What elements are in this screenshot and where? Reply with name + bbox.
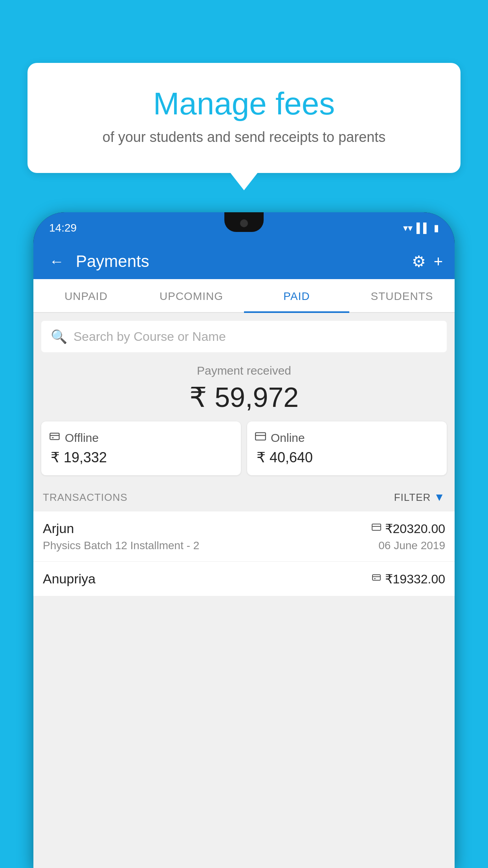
transactions-header: TRANSACTIONS FILTER ▼ xyxy=(33,483,455,511)
phone-frame: 14:29 ▾▾ ▌▌ ▮ ← Payments ⚙ + UNPAID UPCO… xyxy=(33,212,455,868)
search-bar[interactable]: 🔍 Search by Course or Name xyxy=(41,321,447,352)
offline-amount: ₹ 19,332 xyxy=(49,449,233,466)
tooltip-card: Manage fees of your students and send re… xyxy=(28,63,460,173)
offline-label: Offline xyxy=(65,431,99,445)
search-input-placeholder[interactable]: Search by Course or Name xyxy=(73,329,226,344)
battery-icon: ▮ xyxy=(434,223,439,234)
status-icons: ▾▾ ▌▌ ▮ xyxy=(403,223,439,234)
transaction-payment-icon xyxy=(372,573,381,585)
transaction-date: 06 June 2019 xyxy=(378,539,445,552)
tab-paid[interactable]: PAID xyxy=(244,279,349,312)
online-amount: ₹ 40,640 xyxy=(255,449,439,466)
svg-rect-7 xyxy=(372,575,380,580)
filter-label: FILTER xyxy=(394,491,431,504)
transaction-row-top: Arjun ₹20320.00 xyxy=(43,521,445,536)
tabs-bar: UNPAID UPCOMING PAID STUDENTS xyxy=(33,279,455,313)
payment-cards: Offline ₹ 19,332 Online ₹ 40,640 xyxy=(33,421,455,483)
tooltip-title: Manage fees xyxy=(47,86,441,121)
signal-icon: ▌▌ xyxy=(416,223,430,234)
status-time: 14:29 xyxy=(49,222,77,234)
search-icon: 🔍 xyxy=(51,329,67,344)
transaction-row-bottom: Physics Batch 12 Installment - 2 06 June… xyxy=(43,539,445,552)
tab-upcoming[interactable]: UPCOMING xyxy=(139,279,244,312)
transaction-course: Physics Batch 12 Installment - 2 xyxy=(43,539,199,552)
svg-rect-0 xyxy=(50,433,59,440)
transaction-amount-wrap: ₹20320.00 xyxy=(372,521,445,536)
transaction-name: Anupriya xyxy=(43,571,95,587)
transaction-name: Arjun xyxy=(43,521,74,536)
filter-icon: ▼ xyxy=(434,491,445,504)
svg-rect-5 xyxy=(372,524,381,530)
wifi-icon: ▾▾ xyxy=(403,223,413,234)
offline-icon xyxy=(49,431,60,445)
offline-payment-card: Offline ₹ 19,332 xyxy=(41,421,241,475)
add-button[interactable]: + xyxy=(434,253,443,270)
transaction-payment-icon xyxy=(372,522,381,535)
phone-screen: UNPAID UPCOMING PAID STUDENTS 🔍 Search b… xyxy=(33,279,455,868)
svg-rect-3 xyxy=(255,433,266,440)
tab-unpaid[interactable]: UNPAID xyxy=(33,279,139,312)
settings-button[interactable]: ⚙ xyxy=(412,252,426,270)
transaction-item-anupriya[interactable]: Anupriya ₹19332.00 xyxy=(33,562,455,596)
payment-received-section: Payment received ₹ 59,972 xyxy=(33,352,455,421)
filter-button[interactable]: FILTER ▼ xyxy=(394,491,445,504)
transaction-row-top: Anupriya ₹19332.00 xyxy=(43,571,445,587)
transaction-item-arjun[interactable]: Arjun ₹20320.00 Physics Batch 12 Install… xyxy=(33,511,455,562)
online-label: Online xyxy=(271,431,305,445)
status-bar: 14:29 ▾▾ ▌▌ ▮ xyxy=(33,212,455,244)
header-actions: ⚙ + xyxy=(412,252,443,270)
app-header: ← Payments ⚙ + xyxy=(33,244,455,279)
tooltip-subtitle: of your students and send receipts to pa… xyxy=(47,129,441,145)
offline-card-header: Offline xyxy=(49,431,233,445)
payment-received-label: Payment received xyxy=(33,364,455,377)
online-icon xyxy=(255,431,266,445)
tab-students[interactable]: STUDENTS xyxy=(349,279,455,312)
transactions-label: TRANSACTIONS xyxy=(43,491,128,504)
back-button[interactable]: ← xyxy=(45,249,68,274)
transaction-amount: ₹20320.00 xyxy=(385,521,445,536)
camera-icon xyxy=(240,219,248,227)
transaction-amount: ₹19332.00 xyxy=(385,572,445,587)
payment-received-amount: ₹ 59,972 xyxy=(33,381,455,414)
phone-notch xyxy=(224,212,264,232)
transaction-amount-wrap: ₹19332.00 xyxy=(372,572,445,587)
header-title: Payments xyxy=(76,252,404,271)
online-card-header: Online xyxy=(255,431,439,445)
online-payment-card: Online ₹ 40,640 xyxy=(247,421,447,475)
